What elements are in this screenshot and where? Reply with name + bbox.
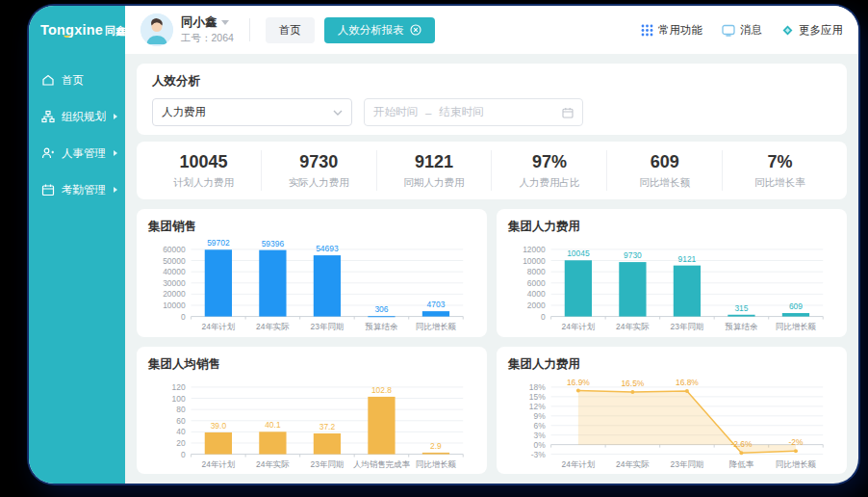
svg-text:12000: 12000 [523, 245, 546, 254]
stat-hr-cost-ratio: 97% 人力费用占比 [492, 150, 607, 191]
tab-label: 人效分析报表 [338, 23, 404, 38]
sidebar-menu: 首页 组织规划 人事管理 考勤管理 [29, 62, 125, 208]
user-employee-id: 工号：2064 [181, 32, 234, 44]
stat-label: 人力费用占比 [492, 176, 606, 190]
svg-text:人均销售完成率: 人均销售完成率 [353, 458, 411, 468]
svg-text:306: 306 [374, 304, 388, 314]
svg-text:16.8%: 16.8% [676, 377, 699, 386]
svg-text:30000: 30000 [163, 278, 186, 288]
filter-row: 人力费用 开始时间 – 结束时间 [152, 98, 831, 126]
sidebar-item-org-planning[interactable]: 组织规划 [29, 98, 125, 135]
svg-text:0: 0 [181, 449, 186, 458]
stat-planned-hr-cost: 10045 计划人力费用 [146, 150, 262, 191]
svg-text:24年计划: 24年计划 [202, 458, 236, 468]
chevron-right-icon [114, 114, 117, 119]
date-range-input[interactable]: 开始时间 – 结束时间 [364, 98, 583, 126]
more-apps-button[interactable]: 更多应用 [781, 23, 843, 38]
chart-title: 集团人力费用 [508, 356, 835, 373]
svg-text:80: 80 [176, 405, 186, 414]
svg-text:0: 0 [181, 312, 186, 322]
brand-name: Tongxine [40, 22, 103, 38]
svg-text:100: 100 [172, 393, 186, 403]
close-icon[interactable] [410, 24, 421, 36]
svg-text:609: 609 [789, 301, 803, 311]
stat-label: 同期人力费用 [377, 176, 492, 190]
svg-text:10000: 10000 [523, 256, 546, 266]
svg-text:16.9%: 16.9% [567, 377, 590, 386]
user-info: 同小鑫 工号：2064 [181, 15, 234, 45]
org-icon [41, 110, 55, 123]
group-sales-bar-chart[interactable]: 010000200003000040000500006000024年计划24年实… [148, 235, 475, 333]
tab-home[interactable]: 首页 [266, 17, 315, 43]
home-icon [41, 73, 55, 87]
svg-text:-2.6%: -2.6% [730, 439, 753, 449]
stat-actual-hr-cost: 9730 实际人力费用 [262, 150, 377, 191]
common-functions-button[interactable]: 常用功能 [641, 23, 702, 38]
header-actions: 常用功能 消息 更多应用 [641, 23, 843, 38]
stat-value: 9121 [377, 152, 492, 172]
svg-text:-2%: -2% [788, 437, 804, 447]
grid-icon [641, 24, 653, 37]
chevron-down-icon [221, 20, 229, 25]
svg-text:15%: 15% [529, 391, 546, 401]
messages-button[interactable]: 消息 [722, 23, 762, 38]
app-window: Tongxine同鑫 首页 组织规划 人事管理 [29, 6, 858, 484]
chart-panel-group-sales: 集团销售 010000200003000040000500006000024年计… [137, 209, 487, 337]
svg-text:9730: 9730 [624, 250, 642, 260]
svg-text:同比增长额: 同比增长额 [776, 458, 817, 468]
svg-text:4703: 4703 [427, 300, 446, 309]
kpi-stats-panel: 10045 计划人力费用 9730 实际人力费用 9121 同期人力费用 97%… [137, 142, 847, 199]
tab-efficiency-report[interactable]: 人效分析报表 [324, 17, 435, 43]
svg-text:-3%: -3% [531, 449, 547, 458]
sidebar-item-attendance[interactable]: 考勤管理 [29, 171, 125, 208]
svg-text:10045: 10045 [567, 248, 590, 258]
chart-panel-per-capita-sales: 集团人均销售 02040608010012024年计划24年实际23年同期人均销… [137, 347, 487, 475]
action-label: 消息 [740, 23, 762, 38]
panel-title: 人效分析 [152, 73, 831, 90]
stat-value: 10045 [146, 152, 261, 172]
tab-label: 首页 [279, 23, 301, 38]
sidebar-item-home[interactable]: 首页 [29, 62, 125, 98]
svg-text:37.2: 37.2 [319, 422, 336, 432]
svg-text:59702: 59702 [207, 238, 230, 248]
stat-value: 9730 [262, 152, 376, 172]
group-hr-cost-bar-chart[interactable]: 02000400060008000100001200024年计划24年实际23年… [508, 235, 835, 333]
sidebar-item-label: 人事管理 [62, 146, 106, 161]
avatar[interactable] [140, 13, 173, 46]
main-area: 同小鑫 工号：2064 首页 人效分析报表 常用功能 消息 [125, 6, 858, 484]
svg-text:40: 40 [176, 427, 186, 436]
chart-title: 集团人力费用 [508, 219, 835, 235]
svg-text:20000: 20000 [163, 289, 186, 299]
per-capita-sales-bar-chart[interactable]: 02040608010012024年计划24年实际23年同期人均销售完成率同比增… [148, 373, 475, 471]
svg-text:54693: 54693 [316, 244, 339, 253]
svg-text:10000: 10000 [163, 301, 186, 310]
header-divider [249, 18, 250, 41]
svg-text:23年同期: 23年同期 [671, 458, 704, 468]
action-label: 更多应用 [799, 23, 843, 38]
metric-select-value: 人力费用 [162, 105, 206, 119]
end-date-placeholder: 结束时间 [439, 105, 483, 119]
svg-text:102.8: 102.8 [371, 384, 392, 394]
hr-cost-rate-line-chart[interactable]: -3%0%3%6%9%12%15%18%24年计划24年实际23年同期降低率同比… [508, 373, 835, 471]
metric-select[interactable]: 人力费用 [152, 98, 352, 126]
user-name: 同小鑫 [181, 15, 217, 31]
svg-text:同比增长额: 同比增长额 [776, 322, 817, 331]
user-name-row[interactable]: 同小鑫 [181, 15, 234, 31]
svg-text:24年实际: 24年实际 [616, 322, 650, 331]
svg-text:同比增长额: 同比增长额 [416, 458, 457, 468]
svg-text:24年计划: 24年计划 [202, 322, 236, 331]
diamond-icon [781, 24, 794, 37]
stat-value: 97% [492, 152, 606, 172]
sidebar-item-hr-management[interactable]: 人事管理 [29, 135, 125, 171]
charts-grid: 集团销售 010000200003000040000500006000024年计… [137, 209, 847, 474]
logo-smile-mark [64, 31, 70, 38]
svg-text:59396: 59396 [262, 239, 285, 248]
svg-text:2.9: 2.9 [430, 440, 442, 450]
svg-text:4000: 4000 [527, 289, 546, 299]
chart-panel-hr-cost-rate: 集团人力费用 -3%0%3%6%9%12%15%18%24年计划24年实际23年… [497, 347, 847, 475]
stat-label: 同比增长额 [607, 176, 722, 190]
svg-text:降低率: 降低率 [729, 458, 754, 468]
stat-label: 同比增长率 [723, 176, 837, 190]
sidebar-item-label: 考勤管理 [62, 183, 106, 197]
stat-same-period-hr-cost: 9121 同期人力费用 [377, 150, 493, 191]
